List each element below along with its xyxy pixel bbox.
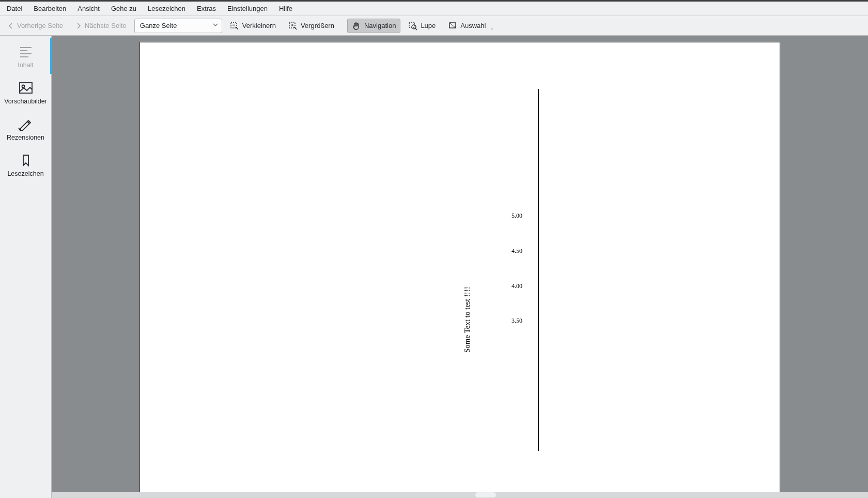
zoom-out-button[interactable]: Verkleinern <box>225 19 281 33</box>
selection-tool-button[interactable]: Auswahl ⌄ <box>443 19 499 33</box>
next-page-button[interactable]: Nächste Seite <box>71 19 131 33</box>
sidebar-item-label: Inhalt <box>18 62 34 69</box>
sidebar-item-bookmarks[interactable]: Lesezeichen <box>0 146 51 183</box>
bookmark-icon <box>18 154 34 167</box>
scrollbar-thumb[interactable] <box>475 492 496 497</box>
hand-icon <box>352 21 361 31</box>
chart-ytick: 3.50 <box>497 317 522 325</box>
magnifier-label: Lupe <box>421 22 436 29</box>
contents-icon <box>18 45 34 58</box>
chart-ytick: 4.50 <box>497 247 522 255</box>
svg-point-3 <box>412 25 416 29</box>
sidebar-item-thumbnails[interactable]: Vorschaubilder <box>0 74 51 110</box>
magnifier-icon <box>408 21 417 31</box>
magnifier-tool-button[interactable]: Lupe <box>404 19 440 33</box>
side-panel: Inhalt Vorschaubilder <box>0 36 52 498</box>
chart-ylabel: Some Text to test !!!! <box>463 286 472 353</box>
chart-ytick: 5.00 <box>497 212 522 220</box>
zoom-in-label: Vergrößern <box>301 22 334 29</box>
chart-y-axis <box>538 89 539 451</box>
menu-gehe-zu[interactable]: Gehe zu <box>105 3 142 14</box>
sidebar-item-reviews[interactable]: Rezensionen <box>0 110 51 146</box>
navigation-label: Navigation <box>364 22 396 29</box>
zoom-in-button[interactable]: Vergrößern <box>284 19 339 33</box>
chevron-down-icon <box>212 22 219 29</box>
prev-page-label: Vorherige Seite <box>17 22 63 29</box>
sidebar-item-label: Vorschaubilder <box>4 98 47 105</box>
menu-extras[interactable]: Extras <box>191 3 222 14</box>
toolbar: Vorherige Seite Nächste Seite Ganze Seit… <box>0 16 868 36</box>
zoom-mode-select[interactable]: Ganze Seite <box>134 19 222 33</box>
prev-page-button[interactable]: Vorherige Seite <box>3 19 68 33</box>
menu-ansicht[interactable]: Ansicht <box>72 3 105 14</box>
document-page: 5.00 4.50 4.00 3.50 Some Text to test !!… <box>140 42 780 498</box>
menu-hilfe[interactable]: Hilfe <box>273 3 298 14</box>
menu-lesezeichen[interactable]: Lesezeichen <box>142 3 191 14</box>
menu-bearbeiten[interactable]: Bearbeiten <box>28 3 72 14</box>
sidebar-item-label: Rezensionen <box>7 134 44 141</box>
zoom-out-icon <box>230 21 239 31</box>
reviews-icon <box>18 117 34 131</box>
horizontal-scrollbar[interactable] <box>52 492 868 498</box>
sidebar-item-contents[interactable]: Inhalt <box>0 38 51 74</box>
zoom-mode-value: Ganze Seite <box>140 22 177 29</box>
selection-label: Auswahl <box>460 22 486 29</box>
navigation-tool-button[interactable]: Navigation <box>347 19 400 33</box>
chevron-down-icon: ⌄ <box>489 21 494 31</box>
menubar: Datei Bearbeiten Ansicht Gehe zu Lesezei… <box>0 2 868 16</box>
chevron-left-icon <box>8 23 14 29</box>
menu-datei[interactable]: Datei <box>1 3 28 14</box>
sidebar-item-label: Lesezeichen <box>7 170 43 177</box>
chart-ytick: 4.00 <box>497 282 522 290</box>
zoom-in-icon <box>288 21 298 31</box>
selection-icon <box>448 21 457 31</box>
thumbnails-icon <box>18 81 34 95</box>
svg-point-6 <box>22 85 24 88</box>
menu-einstellungen[interactable]: Einstellungen <box>222 3 273 14</box>
chevron-right-icon <box>75 23 82 29</box>
document-viewport[interactable]: 5.00 4.50 4.00 3.50 Some Text to test !!… <box>52 36 868 498</box>
next-page-label: Nächste Seite <box>85 22 127 29</box>
chart: 5.00 4.50 4.00 3.50 Some Text to test !!… <box>398 89 564 451</box>
zoom-out-label: Verkleinern <box>242 22 276 29</box>
